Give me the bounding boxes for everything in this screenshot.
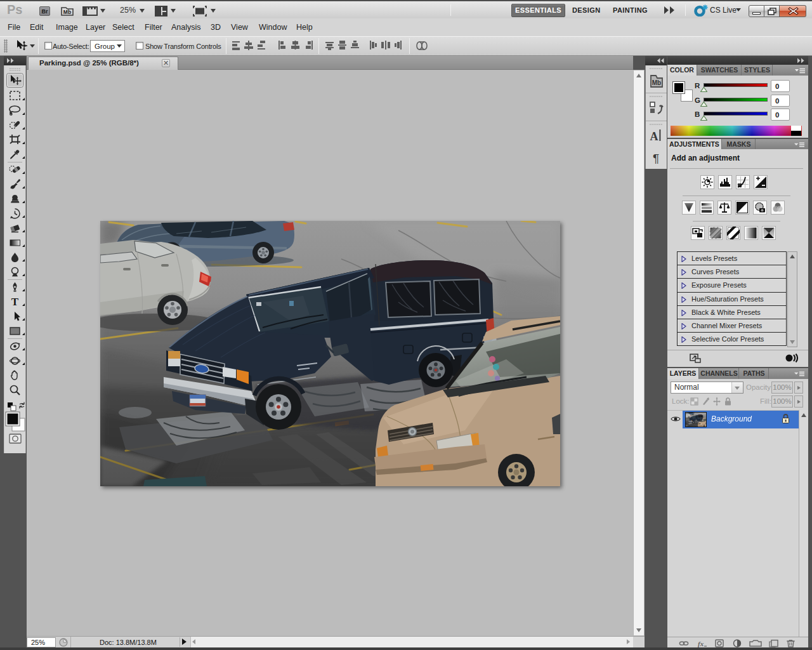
svg-text:fx: fx <box>698 640 704 647</box>
svg-text:T: T <box>11 296 19 308</box>
svg-text:A: A <box>650 130 658 143</box>
svg-text:Mb: Mb <box>652 79 661 86</box>
svg-text:Mb: Mb <box>63 9 71 15</box>
svg-text:¶: ¶ <box>653 152 659 165</box>
